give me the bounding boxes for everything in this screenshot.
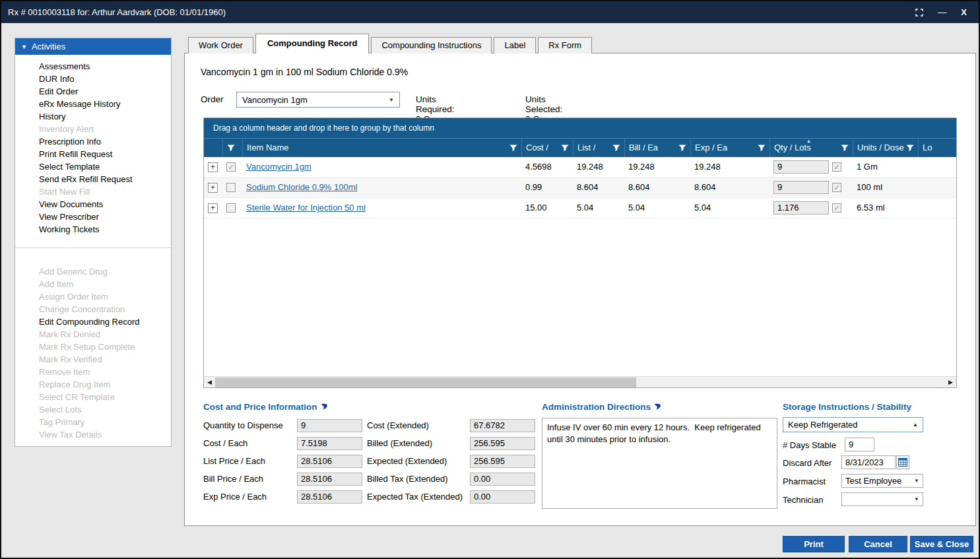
- field-input-exp-price-each[interactable]: 28.5106: [297, 490, 362, 504]
- order-select[interactable]: Vancomycin 1gm ▼: [236, 92, 400, 108]
- field-label-list-price-each: List Price / Each: [203, 456, 297, 466]
- qty-input[interactable]: 1.176: [773, 201, 829, 214]
- sidebar-item-edit-compounding-record[interactable]: Edit Compounding Record: [15, 315, 171, 328]
- field-label-quantity-to-dispense: Quantity to Dispense: [203, 420, 297, 430]
- field-input-cost-each[interactable]: 7.5198: [297, 437, 362, 450]
- tab-work-order[interactable]: Work Order: [188, 37, 253, 53]
- sidebar-item-mark-rx-setup-complete: Mark Rx Setup Complete: [15, 341, 171, 353]
- field-label-billed-tax-extended: Billed Tax (Extended): [367, 474, 470, 484]
- cancel-button[interactable]: Cancel: [849, 536, 907, 552]
- admin-directions-textarea[interactable]: Infuse IV over 60 min every 12 hours. Ke…: [542, 418, 777, 509]
- title-bar: Rx # 0010003118 for: Arthur Aardvark (DO…: [1, 1, 979, 23]
- field-input-billed-extended[interactable]: 256.595: [470, 437, 535, 450]
- field-input-cost-extended[interactable]: 67.6782: [470, 419, 535, 432]
- tab-compounding-instructions[interactable]: Compounding Instructions: [371, 37, 492, 53]
- pharmacist-select[interactable]: Test Employee ▼: [841, 474, 923, 488]
- storage-instructions-select[interactable]: Keep Refrigerated ▲: [783, 417, 923, 432]
- group-by-bar[interactable]: Drag a column header and drop it here to…: [204, 118, 956, 138]
- filter-icon[interactable]: [509, 145, 517, 152]
- sidebar-item-send-erx-refill-request[interactable]: Send eRx Refill Request: [15, 173, 171, 185]
- print-button[interactable]: Print: [783, 536, 845, 552]
- sidebar-item-view-documents[interactable]: View Documents: [15, 198, 171, 211]
- col-exp-ea[interactable]: Exp / Ea: [690, 139, 769, 157]
- tab-rx-form[interactable]: Rx Form: [538, 37, 592, 53]
- cell-exp-ea: 19.248: [690, 157, 769, 177]
- scrollbar-thumb[interactable]: [215, 378, 636, 387]
- chevron-down-icon: ▼: [389, 97, 394, 103]
- activities-sidebar: ▼ Activities AssessmentsDUR InfoEdit Ord…: [15, 38, 172, 447]
- lot-checkbox[interactable]: ✓: [832, 183, 841, 192]
- col-units-dose[interactable]: Units / Dose: [853, 139, 918, 157]
- restore-icon[interactable]: [915, 9, 923, 16]
- scroll-left-icon[interactable]: ◀: [204, 377, 215, 388]
- tab-compounding-record[interactable]: Compounding Record: [255, 34, 370, 53]
- item-name-link[interactable]: Sodium Chloride 0.9% 100ml: [246, 178, 357, 197]
- scroll-right-icon[interactable]: ▶: [945, 377, 956, 388]
- filter-icon[interactable]: [841, 145, 849, 152]
- sidebar-item-view-prescriber[interactable]: View Prescriber: [15, 211, 171, 223]
- cell-location: [918, 178, 956, 197]
- field-input-bill-price-each[interactable]: 28.5106: [297, 473, 362, 486]
- qty-input[interactable]: 9: [773, 160, 829, 174]
- col-location[interactable]: Lo: [918, 139, 956, 157]
- discard-after-input[interactable]: 8/31/2023: [841, 455, 896, 469]
- col-cost[interactable]: Cost /: [521, 139, 573, 157]
- activities-header[interactable]: ▼ Activities: [15, 38, 171, 55]
- expand-row-button[interactable]: +: [208, 203, 218, 213]
- days-stable-input[interactable]: 9: [845, 438, 874, 451]
- tab-label[interactable]: Label: [494, 37, 536, 53]
- col-select[interactable]: [222, 139, 242, 157]
- col-bill-ea[interactable]: Bill / Ea: [624, 139, 690, 157]
- lot-checkbox[interactable]: ✓: [832, 162, 841, 172]
- sidebar-item-select-template[interactable]: Select Template: [15, 160, 171, 173]
- order-select-value: Vancomycin 1gm: [242, 95, 308, 105]
- field-input-expected-tax-extended[interactable]: 0.00: [470, 490, 535, 504]
- cell-exp-ea: 5.04: [690, 198, 769, 218]
- cell-list: 19.248: [573, 157, 624, 177]
- filter-icon[interactable]: [906, 145, 914, 152]
- lot-checkbox[interactable]: ✓: [832, 203, 841, 213]
- row-checkbox[interactable]: [226, 183, 236, 192]
- save-close-button[interactable]: Save & Close: [910, 536, 973, 552]
- field-input-list-price-each[interactable]: 28.5106: [297, 455, 362, 468]
- filter-icon[interactable]: [758, 145, 766, 152]
- item-name-link[interactable]: Vancomycin 1gm: [246, 157, 311, 177]
- sidebar-item-inventory-alert: Inventory Alert: [15, 123, 171, 135]
- expand-row-button[interactable]: +: [208, 183, 218, 193]
- sidebar-item-edit-order[interactable]: Edit Order: [15, 85, 171, 98]
- sidebar-item-prescription-info[interactable]: Prescription Info: [15, 135, 171, 148]
- sidebar-item-add-item: Add Item: [15, 278, 171, 290]
- sidebar-item-working-tickets[interactable]: Working Tickets: [15, 223, 171, 236]
- field-input-quantity-to-dispense[interactable]: 9: [297, 419, 362, 432]
- minimize-icon[interactable]: —: [938, 7, 946, 17]
- sidebar-item-dur-info[interactable]: DUR Info: [15, 73, 171, 85]
- col-item-name[interactable]: Item Name: [242, 139, 521, 157]
- col-qty-lots[interactable]: ▲ Qty / Lots: [769, 139, 853, 157]
- item-name-link[interactable]: Sterile Water for Injection 50 ml: [246, 198, 366, 218]
- filter-icon[interactable]: [561, 145, 569, 152]
- filter-icon[interactable]: [678, 145, 686, 152]
- sidebar-item-assessments[interactable]: Assessments: [15, 60, 171, 73]
- col-label: Units / Dose: [857, 139, 904, 157]
- sidebar-item-mark-rx-denied: Mark Rx Denied: [15, 328, 171, 341]
- filter-icon[interactable]: [612, 145, 620, 152]
- sidebar-item-erx-message-history[interactable]: eRx Message History: [15, 98, 171, 110]
- row-checkbox[interactable]: ✓: [226, 162, 236, 172]
- sidebar-item-print-refill-request[interactable]: Print Refill Request: [15, 148, 171, 160]
- field-input-expected-extended[interactable]: 256.595: [470, 455, 535, 468]
- technician-select[interactable]: ▼: [841, 492, 923, 506]
- pharmacist-value: Test Employee: [845, 476, 901, 486]
- compound-title: Vancomycin 1 gm in 100 ml Sodium Chlorid…: [201, 67, 408, 77]
- horizontal-scrollbar[interactable]: ◀ ▶: [204, 376, 956, 387]
- col-label: Item Name: [247, 139, 289, 157]
- qty-input[interactable]: 9: [773, 181, 829, 194]
- close-icon[interactable]: X: [961, 7, 967, 17]
- calendar-icon[interactable]: [896, 455, 909, 469]
- col-list[interactable]: List /: [573, 139, 624, 157]
- table-row: +Sterile Water for Injection 50 ml15.005…: [204, 198, 956, 218]
- row-checkbox[interactable]: [226, 203, 236, 213]
- sidebar-item-history[interactable]: History: [15, 110, 171, 123]
- filter-icon[interactable]: [227, 145, 235, 152]
- expand-row-button[interactable]: +: [208, 162, 218, 172]
- field-input-billed-tax-extended[interactable]: 0.00: [470, 473, 535, 486]
